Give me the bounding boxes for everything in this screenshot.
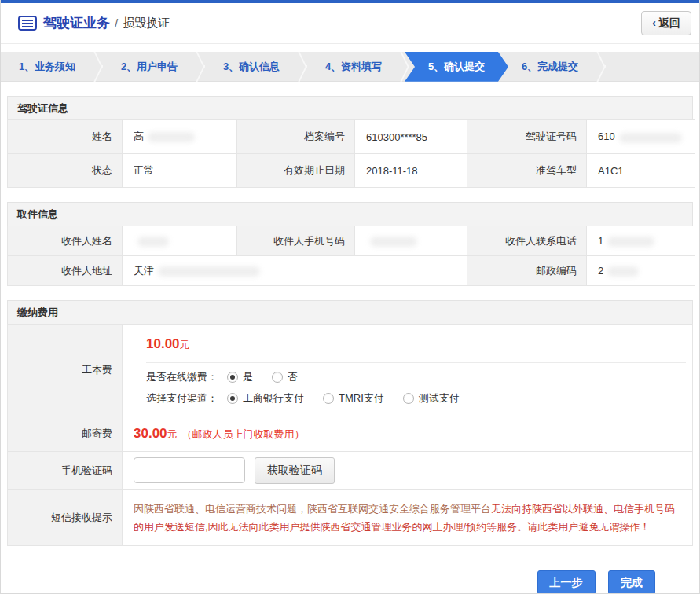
redaction-blur	[619, 133, 682, 143]
license-number-value: 610	[587, 120, 695, 154]
production-fee-amount: 10.00	[146, 336, 180, 351]
previous-step-button[interactable]: 上一步	[537, 570, 596, 594]
finish-button[interactable]: 完成	[608, 570, 655, 594]
mailing-fee-amount: 30.00	[134, 426, 167, 441]
pickup-section-title: 取件信息	[7, 202, 693, 226]
back-button[interactable]: ‹返回	[641, 11, 691, 35]
name-label: 姓名	[8, 120, 123, 154]
form-list-icon	[18, 16, 37, 31]
radio-label: 否	[288, 370, 298, 384]
mailing-fee-label: 邮寄费	[8, 416, 123, 452]
license-info-table: 姓名 高 档案编号 610300****85 驾驶证号码 610 状态 正常 有…	[7, 119, 695, 188]
get-captcha-button[interactable]: 获取验证码	[255, 457, 335, 484]
production-fee-unit: 元	[180, 339, 190, 350]
recipient-phone-value: 1	[587, 226, 695, 256]
captcha-label: 手机验证码	[8, 452, 123, 490]
step-separator	[298, 52, 307, 82]
page-title: 驾驶证业务	[43, 14, 110, 32]
table-row: 姓名 高 档案编号 610300****85 驾驶证号码 610	[8, 120, 695, 154]
channel-test-radio[interactable]: 测试支付	[403, 391, 460, 405]
back-button-label: 返回	[658, 16, 680, 29]
expiry-date-label: 有效期止日期	[237, 154, 355, 188]
captcha-cell: 获取验证码	[123, 452, 693, 490]
redaction-blur	[158, 266, 260, 277]
payment-channel-row: 选择支付渠道： 工商银行支付 TMRI支付 测试支付	[134, 384, 692, 416]
status-value: 正常	[123, 154, 237, 188]
step-1-business-notice: 1、业务须知	[1, 52, 93, 82]
step-wizard-bar: 1、业务须知 2、用户申告 3、确认信息 4、资料填写 5、确认提交 6、完成提…	[1, 52, 699, 82]
vehicle-class-label: 准驾车型	[467, 154, 587, 188]
redaction-blur	[370, 236, 417, 247]
file-number-label: 档案编号	[237, 120, 355, 154]
recipient-name-value	[123, 226, 237, 256]
recipient-mobile-label: 收件人手机号码	[237, 226, 355, 256]
license-number-label: 驾驶证号码	[467, 120, 587, 154]
radio-icon	[227, 393, 238, 404]
sms-tip-row: 短信接收提示 因陕西省联通、电信运营商技术问题，陕西省互联网交通安全综合服务管理…	[8, 490, 693, 546]
pickup-info-table: 收件人姓名 收件人手机号码 收件人联系电话 1 收件人地址 天津 邮政编码 2	[7, 226, 695, 286]
radio-icon	[323, 393, 334, 404]
mailing-fee-cell: 30.00元（邮政人员上门收取费用）	[123, 416, 693, 452]
mailing-fee-row: 邮寄费 30.00元（邮政人员上门收取费用）	[8, 416, 693, 452]
recipient-name-label: 收件人姓名	[8, 226, 123, 256]
table-row: 收件人姓名 收件人手机号码 收件人联系电话 1	[8, 226, 695, 256]
license-info-section: 驾驶证信息 姓名 高 档案编号 610300****85 驾驶证号码 610 状…	[7, 96, 693, 188]
fees-section: 缴纳费用 工本费 10.00元 是否在线缴费： 是	[7, 300, 693, 546]
table-row: 收件人地址 天津 邮政编码 2	[8, 256, 695, 286]
postal-code-value: 2	[587, 256, 695, 286]
redaction-blur	[137, 236, 169, 247]
vehicle-class-value: A1C1	[587, 154, 695, 188]
sms-tip-label: 短信接收提示	[8, 490, 123, 546]
header: 驾驶证业务 / 损毁换证 ‹返回	[1, 3, 699, 44]
sms-tip-text-part1: 因陕西省联通、电信运营商技术问题，陕西省互联网交通安全综合服务管理平台	[134, 503, 491, 515]
captcha-input[interactable]	[134, 457, 245, 483]
recipient-mobile-value	[355, 226, 467, 256]
step-6-complete-submit: 6、完成提交	[504, 52, 596, 82]
radio-icon	[227, 372, 238, 383]
redaction-blur	[148, 132, 195, 142]
step-4-fill-data: 4、资料填写	[307, 52, 400, 82]
sms-tip-cell: 因陕西省联通、电信运营商技术问题，陕西省互联网交通安全综合服务管理平台无法向持陕…	[123, 490, 693, 546]
recipient-phone-label: 收件人联系电话	[467, 226, 587, 256]
production-fee-row: 工本费 10.00元 是否在线缴费： 是 否	[8, 324, 693, 416]
page: 驾驶证业务 / 损毁换证 ‹返回 1、业务须知 2、用户申告 3、确认信息 4、…	[0, 0, 700, 594]
mailing-fee-note: （邮政人员上门收取费用）	[182, 428, 305, 440]
postal-code-label: 邮政编码	[467, 256, 587, 286]
radio-icon	[403, 393, 414, 404]
radio-icon	[272, 372, 283, 383]
payment-channel-label: 选择支付渠道：	[146, 391, 218, 405]
step-separator	[596, 52, 606, 82]
step-separator	[93, 52, 103, 82]
expiry-date-value: 2018-11-18	[355, 154, 467, 188]
channel-icbc-radio[interactable]: 工商银行支付	[227, 391, 304, 405]
page-subtitle: 损毁换证	[123, 16, 170, 31]
online-payment-row: 是否在线缴费： 是 否	[134, 363, 692, 384]
online-payment-label: 是否在线缴费：	[146, 370, 218, 384]
back-chevron-icon: ‹	[652, 16, 656, 29]
online-payment-yes-radio[interactable]: 是	[227, 370, 253, 384]
mailing-fee-unit: 元	[167, 428, 178, 440]
production-fee-cell: 10.00元 是否在线缴费： 是 否	[123, 324, 693, 416]
channel-tmri-radio[interactable]: TMRI支付	[323, 391, 384, 405]
license-section-title: 驾驶证信息	[7, 96, 693, 119]
recipient-address-label: 收件人地址	[8, 256, 123, 286]
redaction-blur	[607, 236, 654, 247]
radio-label: 是	[243, 370, 253, 384]
production-fee-amount-line: 10.00元	[134, 324, 692, 362]
table-row: 状态 正常 有效期止日期 2018-11-18 准驾车型 A1C1	[8, 154, 695, 188]
radio-label: 测试支付	[419, 391, 460, 405]
captcha-row: 手机验证码 获取验证码	[8, 452, 693, 490]
step-separator	[196, 52, 205, 82]
production-fee-label: 工本费	[8, 324, 123, 416]
radio-label: TMRI支付	[339, 391, 384, 405]
footer-action-bar: 上一步 完成	[1, 559, 699, 594]
file-number-value: 610300****85	[355, 120, 467, 154]
radio-label: 工商银行支付	[243, 391, 304, 405]
name-value: 高	[123, 120, 237, 154]
step-2-user-declaration: 2、用户申告	[103, 52, 196, 82]
redaction-blur	[607, 266, 639, 277]
online-payment-no-radio[interactable]: 否	[272, 370, 298, 384]
fees-table: 工本费 10.00元 是否在线缴费： 是 否	[7, 324, 693, 546]
fees-section-title: 缴纳费用	[7, 300, 693, 324]
breadcrumb-slash: /	[115, 16, 118, 30]
